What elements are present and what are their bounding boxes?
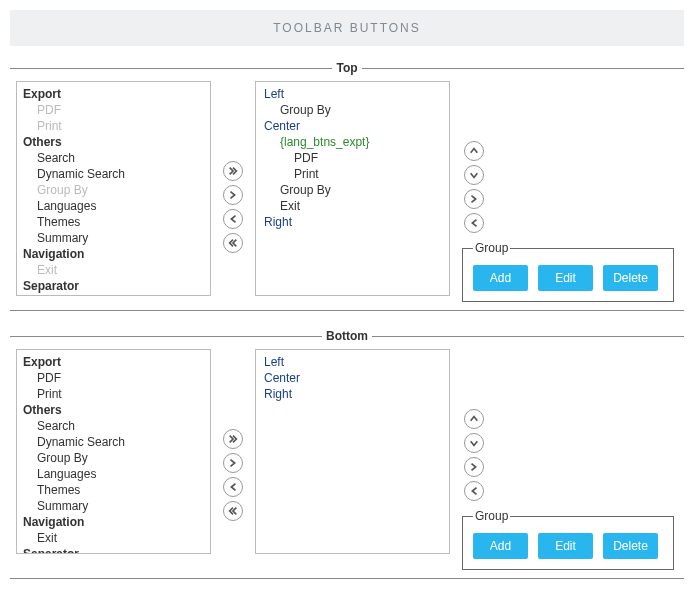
- list-item[interactable]: PDF: [23, 102, 210, 118]
- list-item[interactable]: Languages: [23, 466, 210, 482]
- move-left-button[interactable]: [223, 477, 243, 497]
- top-source-list[interactable]: ExportPDFPrintOthersSearchDynamic Search…: [16, 81, 211, 296]
- move-right-button[interactable]: [223, 185, 243, 205]
- bottom-group-box: Group Add Edit Delete: [462, 509, 674, 570]
- bottom-target-list[interactable]: LeftCenterRight: [255, 349, 450, 554]
- list-item[interactable]: PDF: [23, 370, 210, 386]
- group-add-button[interactable]: Add: [473, 265, 528, 291]
- list-item[interactable]: ------------------------: [23, 294, 210, 296]
- list-item[interactable]: Print: [23, 118, 210, 134]
- list-group-head[interactable]: Others: [23, 134, 210, 150]
- move-all-left-button[interactable]: [223, 233, 243, 253]
- list-item[interactable]: Search: [23, 418, 210, 434]
- target-item[interactable]: Right: [262, 386, 449, 402]
- bottom-transfer-arrows: [219, 349, 247, 521]
- target-item[interactable]: Exit: [262, 198, 449, 214]
- target-item[interactable]: Print: [262, 166, 449, 182]
- target-item[interactable]: Center: [262, 118, 449, 134]
- bottom-right-controls: Group Add Edit Delete: [458, 349, 678, 570]
- target-item[interactable]: Left: [262, 86, 449, 102]
- list-item[interactable]: Summary: [23, 498, 210, 514]
- section-bottom: Bottom ExportPDFPrintOthersSearchDynamic…: [10, 329, 684, 579]
- group-box-legend: Group: [473, 509, 510, 523]
- move-right-nav-button[interactable]: [464, 457, 484, 477]
- move-right-nav-button[interactable]: [464, 189, 484, 209]
- section-top-legend: Top: [332, 61, 361, 75]
- move-down-button[interactable]: [464, 165, 484, 185]
- list-item[interactable]: Search: [23, 150, 210, 166]
- list-item[interactable]: Group By: [23, 450, 210, 466]
- move-all-right-button[interactable]: [223, 429, 243, 449]
- move-up-button[interactable]: [464, 141, 484, 161]
- list-item[interactable]: Themes: [23, 214, 210, 230]
- target-item[interactable]: Left: [262, 354, 449, 370]
- list-group-head[interactable]: Others: [23, 402, 210, 418]
- target-item[interactable]: Group By: [262, 182, 449, 198]
- group-box-legend: Group: [473, 241, 510, 255]
- section-bottom-legend: Bottom: [322, 329, 372, 343]
- move-down-button[interactable]: [464, 433, 484, 453]
- move-right-button[interactable]: [223, 453, 243, 473]
- target-item[interactable]: Center: [262, 370, 449, 386]
- move-left-button[interactable]: [223, 209, 243, 229]
- move-all-left-button[interactable]: [223, 501, 243, 521]
- bottom-source-list[interactable]: ExportPDFPrintOthersSearchDynamic Search…: [16, 349, 211, 554]
- page-banner: TOOLBAR BUTTONS: [10, 10, 684, 46]
- list-item[interactable]: Exit: [23, 262, 210, 278]
- list-group-head[interactable]: Navigation: [23, 246, 210, 262]
- move-left-nav-button[interactable]: [464, 213, 484, 233]
- list-item[interactable]: Dynamic Search: [23, 166, 210, 182]
- target-item[interactable]: PDF: [262, 150, 449, 166]
- move-all-right-button[interactable]: [223, 161, 243, 181]
- top-right-controls: Group Add Edit Delete: [458, 81, 678, 302]
- group-delete-button[interactable]: Delete: [603, 265, 658, 291]
- list-item[interactable]: Group By: [23, 182, 210, 198]
- list-group-head[interactable]: Export: [23, 354, 210, 370]
- list-group-head[interactable]: Separator: [23, 278, 210, 294]
- list-item[interactable]: Dynamic Search: [23, 434, 210, 450]
- group-edit-button[interactable]: Edit: [538, 533, 593, 559]
- list-group-head[interactable]: Navigation: [23, 514, 210, 530]
- target-item[interactable]: Group By: [262, 102, 449, 118]
- list-item[interactable]: Themes: [23, 482, 210, 498]
- group-delete-button[interactable]: Delete: [603, 533, 658, 559]
- target-item[interactable]: Right: [262, 214, 449, 230]
- move-left-nav-button[interactable]: [464, 481, 484, 501]
- list-item[interactable]: Languages: [23, 198, 210, 214]
- list-item[interactable]: Print: [23, 386, 210, 402]
- top-target-list[interactable]: LeftGroup ByCenter{lang_btns_expt}PDFPri…: [255, 81, 450, 296]
- list-item[interactable]: Summary: [23, 230, 210, 246]
- top-transfer-arrows: [219, 81, 247, 253]
- target-item[interactable]: {lang_btns_expt}: [262, 134, 449, 150]
- list-group-head[interactable]: Separator: [23, 546, 210, 554]
- top-group-box: Group Add Edit Delete: [462, 241, 674, 302]
- move-up-button[interactable]: [464, 409, 484, 429]
- list-item[interactable]: Exit: [23, 530, 210, 546]
- section-top: Top ExportPDFPrintOthersSearchDynamic Se…: [10, 61, 684, 311]
- list-group-head[interactable]: Export: [23, 86, 210, 102]
- group-edit-button[interactable]: Edit: [538, 265, 593, 291]
- group-add-button[interactable]: Add: [473, 533, 528, 559]
